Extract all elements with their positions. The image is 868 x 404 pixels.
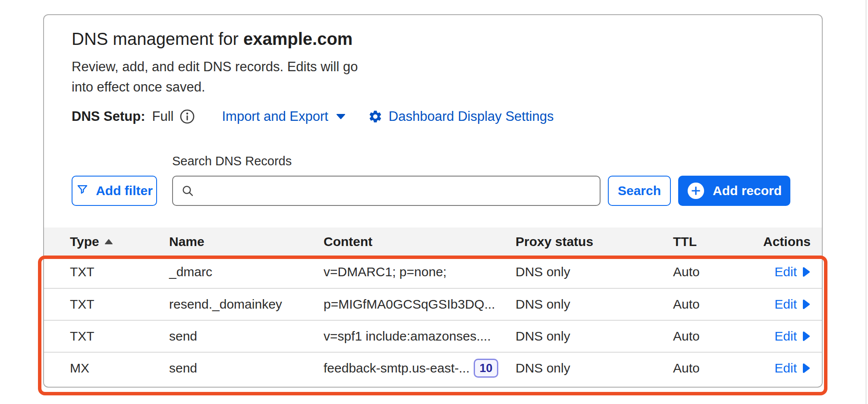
record-type: TXT — [44, 329, 169, 344]
dns-records-table: Type Name Content Proxy status TTL Actio… — [44, 227, 822, 384]
edit-arrow-icon — [802, 266, 811, 278]
record-ttl: Auto — [673, 265, 760, 279]
gear-icon — [368, 109, 383, 124]
table-row: MX send feedback-smtp.us-east-... 10 DNS… — [44, 352, 822, 384]
record-proxy-status: DNS only — [516, 329, 673, 344]
record-name: send — [169, 361, 324, 376]
search-button[interactable]: Search — [608, 176, 671, 206]
edit-record-link[interactable]: Edit — [774, 329, 811, 344]
record-content-text: feedback-smtp.us-east-... — [324, 361, 469, 376]
record-name: send — [169, 329, 324, 344]
record-type: TXT — [44, 265, 169, 279]
edit-label: Edit — [774, 265, 797, 279]
column-header-content: Content — [324, 234, 516, 249]
table-header-row: Type Name Content Proxy status TTL Actio… — [44, 227, 822, 256]
search-field-label: Search DNS Records — [172, 154, 292, 168]
record-content: feedback-smtp.us-east-... 10 — [324, 359, 516, 378]
priority-badge: 10 — [474, 359, 498, 378]
edit-record-link[interactable]: Edit — [774, 361, 811, 376]
plus-circle-icon — [687, 182, 705, 200]
page-title-prefix: DNS management for — [72, 29, 243, 48]
import-export-dropdown[interactable]: Import and Export — [222, 109, 345, 124]
dashboard-display-settings-link[interactable]: Dashboard Display Settings — [368, 109, 554, 124]
edit-record-link[interactable]: Edit — [774, 265, 811, 279]
column-header-type[interactable]: Type — [44, 234, 169, 249]
page-title: DNS management for example.com — [72, 28, 352, 50]
record-type: MX — [44, 361, 169, 376]
add-filter-button[interactable]: Add filter — [72, 176, 157, 206]
add-record-label: Add record — [713, 183, 782, 198]
edit-arrow-icon — [802, 331, 811, 342]
filter-icon — [76, 183, 89, 199]
record-ttl: Auto — [673, 297, 760, 312]
search-input[interactable] — [172, 176, 601, 206]
dns-setup-label: DNS Setup: — [72, 109, 145, 124]
table-body: TXT _dmarc v=DMARC1; p=none; DNS only Au… — [44, 256, 822, 384]
record-proxy-status: DNS only — [516, 297, 673, 312]
dns-management-page: DNS management for example.com Review, a… — [0, 0, 868, 404]
dns-management-card: DNS management for example.com Review, a… — [43, 14, 823, 388]
table-row: TXT resend._domainkey p=MIGfMA0GCSqGSIb3… — [44, 288, 822, 320]
record-name: _dmarc — [169, 265, 324, 279]
record-content: v=DMARC1; p=none; — [324, 265, 516, 279]
record-content: p=MIGfMA0GCSqGSIb3DQ... — [324, 297, 516, 312]
edit-label: Edit — [774, 361, 797, 376]
record-name: resend._domainkey — [169, 297, 324, 312]
search-button-label: Search — [618, 183, 661, 198]
record-content-text: v=spf1 include:amazonses.... — [324, 329, 491, 344]
search-field-wrap — [172, 176, 601, 206]
record-type: TXT — [44, 297, 169, 312]
record-content-text: v=DMARC1; p=none; — [324, 265, 447, 279]
record-content: v=spf1 include:amazonses.... — [324, 329, 516, 344]
dashboard-display-settings-label: Dashboard Display Settings — [389, 109, 554, 124]
record-proxy-status: DNS only — [516, 361, 673, 376]
column-header-actions: Actions — [760, 234, 822, 249]
dns-setup-value: Full — [152, 109, 174, 124]
dns-setup-row: DNS Setup: Full Import and Export — [72, 107, 554, 126]
edit-label: Edit — [774, 297, 797, 312]
table-row: TXT send v=spf1 include:amazonses.... DN… — [44, 320, 822, 352]
sort-ascending-icon — [104, 239, 113, 245]
record-content-text: p=MIGfMA0GCSqGSIb3DQ... — [324, 297, 495, 312]
info-circle-icon[interactable] — [179, 109, 195, 124]
edit-label: Edit — [774, 329, 797, 344]
table-row: TXT _dmarc v=DMARC1; p=none; DNS only Au… — [44, 256, 822, 288]
page-title-domain: example.com — [243, 29, 352, 48]
edit-arrow-icon — [802, 363, 811, 374]
edit-arrow-icon — [802, 299, 811, 310]
edit-record-link[interactable]: Edit — [774, 297, 811, 312]
add-record-button[interactable]: Add record — [678, 176, 790, 206]
import-export-label: Import and Export — [222, 109, 328, 124]
column-header-ttl: TTL — [673, 234, 760, 249]
column-header-proxy-status: Proxy status — [516, 234, 673, 249]
chevron-down-icon — [336, 114, 346, 120]
add-filter-label: Add filter — [96, 183, 153, 198]
record-ttl: Auto — [673, 361, 760, 376]
record-proxy-status: DNS only — [516, 265, 673, 279]
record-ttl: Auto — [673, 329, 760, 344]
column-header-name: Name — [169, 234, 324, 249]
page-right-edge-divider — [865, 0, 867, 404]
page-subtitle: Review, add, and edit DNS records. Edits… — [72, 57, 374, 97]
